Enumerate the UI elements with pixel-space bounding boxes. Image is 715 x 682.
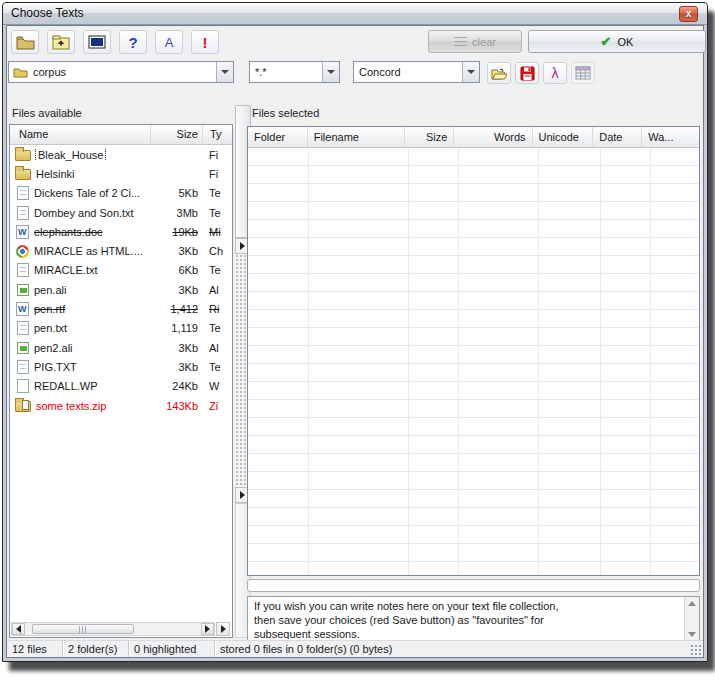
chevron-down-icon[interactable] xyxy=(322,62,339,82)
chevron-down-icon[interactable] xyxy=(216,62,233,82)
column-header-words[interactable]: Words xyxy=(453,127,531,147)
column-header-date[interactable]: Date xyxy=(592,127,641,147)
file-name: Dombey and Son.txt xyxy=(32,207,150,219)
horizontal-scrollbar[interactable] xyxy=(11,622,215,636)
close-icon: x xyxy=(686,8,692,19)
folder-icon xyxy=(15,169,31,180)
title-bar[interactable]: Choose Texts x xyxy=(3,3,707,25)
up-one-level-button[interactable] xyxy=(47,30,75,54)
close-button[interactable]: x xyxy=(679,6,698,22)
file-type: Fi xyxy=(202,149,232,161)
column-header-folder[interactable]: Folder xyxy=(248,127,307,147)
alert-button[interactable]: ! xyxy=(191,30,219,54)
file-type: Te xyxy=(202,207,232,219)
file-name: pen.ali xyxy=(32,284,150,296)
folder-icon xyxy=(15,150,31,161)
file-pattern-combobox[interactable]: *.* xyxy=(249,61,340,83)
file-size: 3Mb xyxy=(150,207,202,219)
file-row[interactable]: PIG.TXT3KbTe xyxy=(10,357,232,376)
file-type: Mi xyxy=(202,226,232,238)
file-type: W xyxy=(202,380,232,392)
column-header-unicode[interactable]: Unicode xyxy=(532,127,593,147)
scroll-right-icon[interactable] xyxy=(201,623,214,635)
file-row[interactable]: Dombey and Son.txt3MbTe xyxy=(10,203,232,222)
file-size: 1,119 xyxy=(150,322,202,334)
check-icon: ✔ xyxy=(601,34,612,49)
filename-field[interactable] xyxy=(247,579,700,592)
tool-combo-value: Concord xyxy=(354,66,462,78)
file-row[interactable]: REDALL.WP24KbW xyxy=(10,377,232,396)
load-favourites-button[interactable] xyxy=(487,62,511,84)
scrollbar-thumb[interactable] xyxy=(32,624,134,634)
file-size: 3Kb xyxy=(150,361,202,373)
files-selected-label: Files selected xyxy=(252,107,319,119)
file-size: 19Kb xyxy=(150,226,202,238)
column-header-size[interactable]: Size xyxy=(404,127,453,147)
open-folder-icon xyxy=(491,67,508,80)
file-row[interactable]: pen.txt1,119Te xyxy=(10,319,232,338)
files-selected-grid[interactable] xyxy=(248,148,699,575)
file-row[interactable]: MIRACLE.txt6KbTe xyxy=(10,261,232,280)
file-row[interactable]: pen.rtf1,412Ri xyxy=(10,299,232,318)
file-type: Te xyxy=(202,264,232,276)
column-header-size[interactable]: Size xyxy=(150,125,202,144)
table-view-button xyxy=(571,62,595,84)
status-panel: 12 files xyxy=(7,641,63,657)
file-row[interactable]: HelsinkiFi xyxy=(10,164,232,183)
file-type: Ri xyxy=(202,303,232,315)
file-row[interactable]: pen2.ali3KbAl xyxy=(10,338,232,357)
file-size: 3Kb xyxy=(150,342,202,354)
font-a-icon: A xyxy=(165,35,174,50)
file-row[interactable]: Bleak_HouseFi xyxy=(10,145,232,164)
help-button[interactable]: ? xyxy=(119,30,147,54)
corner-scroll-right-icon[interactable] xyxy=(216,622,230,636)
zip-icon xyxy=(15,401,31,412)
resize-grip[interactable] xyxy=(691,645,702,656)
file-row[interactable]: elephants.doc19KbMi xyxy=(10,222,232,241)
scroll-up-icon[interactable] xyxy=(688,601,696,606)
file-type: Te xyxy=(202,187,232,199)
folder-combobox[interactable]: corpus xyxy=(8,61,234,83)
text-icon xyxy=(17,186,29,200)
save-favourites-button[interactable] xyxy=(515,62,539,84)
notes-scrollbar[interactable] xyxy=(684,597,699,641)
notes-input[interactable]: If you wish you can write notes here on … xyxy=(254,599,681,639)
grid-table-icon xyxy=(575,66,591,80)
acrobat-button[interactable]: λ xyxy=(543,62,567,84)
clear-button[interactable]: clear xyxy=(428,30,522,53)
file-size: 3Kb xyxy=(150,245,202,257)
chevron-down-icon[interactable] xyxy=(462,62,479,82)
column-header-wa[interactable]: Wa... xyxy=(641,127,699,147)
word-icon xyxy=(16,225,29,239)
list-lines-icon xyxy=(454,37,467,46)
ok-button[interactable]: ✔ OK xyxy=(528,30,706,53)
ali-icon xyxy=(17,342,29,354)
font-button[interactable]: A xyxy=(155,30,183,54)
scroll-left-icon[interactable] xyxy=(12,623,25,635)
file-name: MIRACLE as HTML.... xyxy=(32,245,150,257)
file-row[interactable]: some texts.zip143KbZi xyxy=(10,396,232,415)
screen-icon xyxy=(88,35,106,49)
scroll-down-icon[interactable] xyxy=(688,632,696,637)
text-icon xyxy=(17,360,29,374)
open-folder-button[interactable] xyxy=(11,30,39,54)
ali-icon xyxy=(17,284,29,296)
file-row[interactable]: pen.ali3KbAl xyxy=(10,280,232,299)
file-row[interactable]: MIRACLE as HTML....3KbCh xyxy=(10,241,232,260)
files-selected-table: FolderFilenameSizeWordsUnicodeDateWa... xyxy=(247,126,700,576)
column-header-filename[interactable]: Filename xyxy=(307,127,405,147)
text-icon xyxy=(17,321,29,335)
text-icon xyxy=(17,263,29,277)
file-name: PIG.TXT xyxy=(32,361,150,373)
file-size: 143Kb xyxy=(150,400,202,412)
file-name: REDALL.WP xyxy=(32,380,150,392)
column-header-name[interactable]: Name xyxy=(10,125,150,144)
page-icon xyxy=(17,379,29,393)
view-button[interactable] xyxy=(83,30,111,54)
files-available-header: Name Size Ty xyxy=(10,125,232,145)
pattern-combo-value: *.* xyxy=(250,66,322,78)
file-row[interactable]: Dickens Tale of 2 Ci...5KbTe xyxy=(10,184,232,203)
tool-combobox[interactable]: Concord xyxy=(353,61,480,83)
column-header-type[interactable]: Ty xyxy=(202,125,232,144)
file-type: Zi xyxy=(202,400,232,412)
